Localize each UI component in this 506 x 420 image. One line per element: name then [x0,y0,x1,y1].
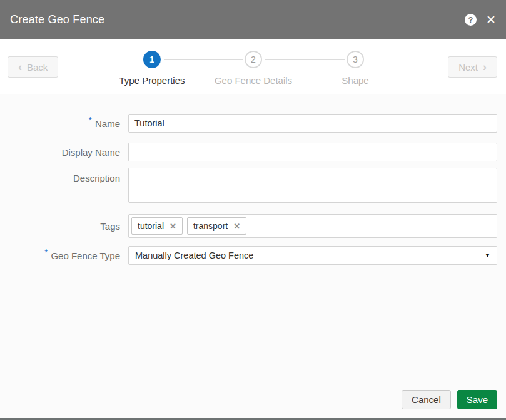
name-label: * Name [0,114,128,133]
step-2-circle[interactable]: 2 [245,51,262,68]
required-asterisk: * [89,115,92,125]
remove-tag-icon[interactable]: ✕ [170,222,176,231]
tags-row: Tags tutorial ✕ transport ✕ [0,214,497,238]
remove-tag-icon[interactable]: ✕ [233,222,240,231]
tags-input[interactable]: tutorial ✕ transport ✕ [128,214,497,238]
tag-chip: transport ✕ [187,217,246,235]
dialog-footer: Cancel Save [402,390,497,409]
step-1-circle[interactable]: 1 [143,51,161,68]
step-3-circle[interactable]: 3 [347,51,364,68]
caret-down-icon: ▼ [485,252,490,259]
geo-fence-type-label: * Geo Fence Type [0,246,128,265]
dialog-title: Create Geo Fence [10,13,104,26]
step-connector-2 [265,59,345,60]
tag-chip: tutorial ✕ [131,217,183,235]
wizard-train: ‹ Back Next › 1 2 3 Type Properties Geo … [0,39,506,93]
save-button[interactable]: Save [457,390,497,409]
step-connector-1 [164,59,243,60]
description-label: Description [0,168,128,205]
name-input[interactable] [128,114,497,133]
create-geo-fence-dialog: Create Geo Fence ? ✕ ‹ Back Next › 1 2 3… [0,0,506,420]
close-icon[interactable]: ✕ [486,14,496,26]
display-name-row: Display Name [0,143,497,161]
geo-fence-type-value: Manually Created Geo Fence [135,250,253,260]
next-button[interactable]: Next › [448,56,497,78]
geo-fence-type-select[interactable]: Manually Created Geo Fence ▼ [128,246,497,265]
cancel-button[interactable]: Cancel [402,390,451,409]
tag-chip-label: transport [193,221,228,231]
header-actions: ? ✕ [465,14,496,26]
chevron-right-icon: › [483,61,487,73]
geo-fence-type-row: * Geo Fence Type Manually Created Geo Fe… [0,246,497,265]
tag-chip-label: tutorial [138,221,164,231]
step-1-label: Type Properties [119,75,185,86]
help-icon[interactable]: ? [465,14,477,26]
required-asterisk: * [44,247,48,257]
step-2-label: Geo Fence Details [215,75,292,86]
next-button-label: Next [458,62,478,73]
back-button-label: Back [27,62,48,73]
step-3-label: Shape [342,75,368,86]
chevron-left-icon: ‹ [18,61,22,73]
name-row: * Name [0,114,497,133]
back-button[interactable]: ‹ Back [8,56,58,78]
dialog-header: Create Geo Fence ? ✕ [0,0,506,39]
display-name-input[interactable] [128,143,497,161]
description-input[interactable] [128,168,497,203]
description-row: Description [0,168,497,205]
display-name-label: Display Name [0,143,128,161]
form-area: * Name Display Name Description [0,94,506,418]
tags-label: Tags [0,214,128,238]
